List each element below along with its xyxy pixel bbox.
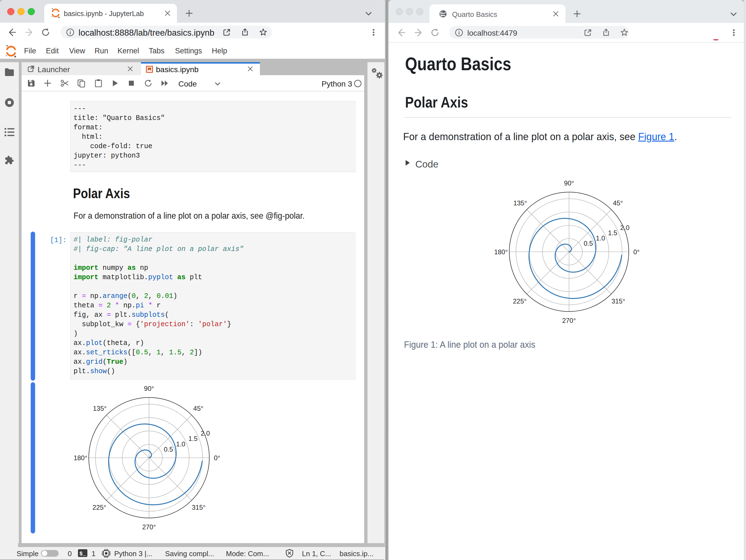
- svg-text:135°: 135°: [93, 405, 107, 412]
- svg-text:90°: 90°: [564, 179, 574, 187]
- svg-text:0.5: 0.5: [584, 240, 593, 247]
- svg-text:2.0: 2.0: [201, 430, 210, 437]
- svg-text:1.5: 1.5: [608, 229, 617, 237]
- svg-text:225°: 225°: [93, 504, 107, 511]
- svg-text:45°: 45°: [613, 199, 623, 207]
- svg-text:180°: 180°: [74, 454, 87, 462]
- svg-text:270°: 270°: [142, 523, 156, 531]
- svg-text:315°: 315°: [611, 297, 625, 305]
- svg-text:0°: 0°: [633, 248, 640, 256]
- svg-text:0°: 0°: [214, 454, 220, 462]
- svg-text:0.5: 0.5: [164, 446, 173, 453]
- svg-text:135°: 135°: [513, 199, 527, 207]
- svg-text:1.0: 1.0: [176, 440, 185, 448]
- svg-text:1.5: 1.5: [188, 435, 197, 442]
- svg-text:90°: 90°: [144, 385, 154, 392]
- svg-text:225°: 225°: [513, 297, 527, 305]
- svg-text:45°: 45°: [193, 405, 203, 412]
- svg-text:2.0: 2.0: [620, 224, 629, 231]
- svg-text:315°: 315°: [192, 504, 206, 511]
- svg-text:1.0: 1.0: [596, 234, 605, 242]
- svg-text:270°: 270°: [562, 317, 576, 324]
- svg-text:180°: 180°: [494, 248, 508, 256]
